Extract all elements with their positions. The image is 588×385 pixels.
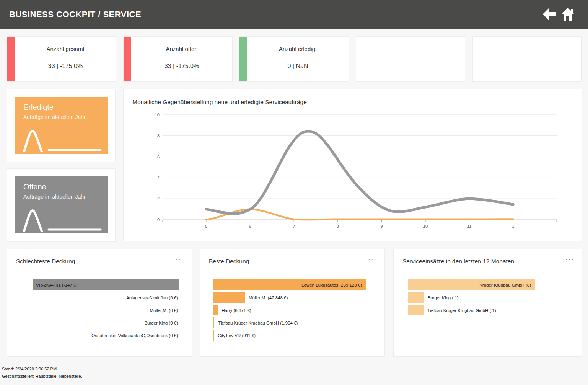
bar-label: Burger King ( 1) — [428, 295, 459, 300]
panel-title: Beste Deckung — [209, 258, 249, 265]
bar-row: Harry (6,871 €) — [213, 304, 366, 316]
offene-tile[interactable]: Offene Aufträge im aktuellen Jahr — [15, 176, 108, 233]
kpi-value: 33 | -175.0% — [131, 63, 232, 70]
more-options-icon[interactable]: ··· — [368, 256, 377, 264]
kpi-label: Anzahl offen — [131, 46, 232, 52]
kpi-card-empty-1 — [356, 36, 465, 82]
bar-row: Müller,M. (0 €) — [33, 304, 179, 316]
erledigte-tile-panel: Erledigte Aufträge im aktuellen Jahr — [7, 89, 116, 162]
x-tick: 9 — [380, 224, 383, 228]
x-tick: 5 — [205, 224, 207, 228]
x-tick: 6 — [249, 224, 251, 228]
bar-row: Burger King (0 €) — [33, 316, 179, 329]
x-tick: 1 — [512, 224, 514, 228]
kpi-label: Anzahl gesamt — [15, 46, 116, 52]
panel-title: Schlechteste Deckung — [16, 258, 75, 265]
bar-chart-area: VR-ZKA-Fil1 (-147 €)Anlagenspaß mit Jan … — [33, 279, 179, 342]
serviceeinsaetze-panel: Serviceeinsätze in den letzten 12 Monate… — [393, 249, 582, 357]
tile-title: Erledigte — [23, 103, 108, 112]
x-tick: 11 — [467, 224, 471, 228]
erledigte-series-line[interactable] — [206, 209, 513, 220]
bar-label: Müller,M. (0 €) — [150, 308, 178, 313]
bar[interactable] — [213, 305, 218, 315]
bar-label: Osnabrücker Volksbank eG,Osnabrück (0 €) — [91, 333, 178, 338]
kpi-status-stripe — [7, 37, 15, 81]
schlechteste-deckung-panel: Schlechteste Deckung ··· VR-ZKA-Fil1 (-1… — [7, 249, 192, 357]
bar-row: Krüger Krugbau GmbH (8) — [408, 279, 535, 291]
bar[interactable] — [213, 292, 245, 303]
bar-row: Burger King ( 1) — [408, 291, 535, 304]
kpi-card-anzahl-erledigt: Anzahl erledigt 0 | NaN — [239, 36, 349, 82]
neue-series-line[interactable] — [206, 131, 513, 214]
bar-row: CityTow-VR (911 €) — [213, 329, 366, 342]
bar[interactable] — [408, 292, 424, 303]
back-arrow-icon — [542, 6, 557, 22]
bar-label: Tiefbau Krüger Krugbau GmbH (1,904 €) — [218, 321, 298, 325]
y-tick: 8 — [157, 134, 160, 138]
y-tick: 4 — [157, 175, 160, 180]
bar-row: Tiefbau Krüger Krugbau GmbH ( 1) — [408, 304, 535, 316]
kpi-status-stripe — [239, 37, 247, 81]
erledigte-sparkline — [20, 128, 104, 152]
bar[interactable] — [213, 330, 214, 341]
bar-label: Burger King (0 €) — [144, 321, 178, 325]
kpi-card-anzahl-offen: Anzahl offen 33 | -175.0% — [123, 36, 233, 82]
bar-label: Krüger Krugbau GmbH (8) — [479, 283, 531, 287]
y-tick: 2 — [157, 196, 160, 201]
status-timestamp: Stand: 2/24/2020 2:06:52 PM — [2, 367, 57, 371]
kpi-value: 33 | -175.0% — [15, 63, 116, 70]
bar-label: Löwen Luxusautos (239,128 €) — [301, 283, 362, 287]
bar-row: Löwen Luxusautos (239,128 €) — [213, 279, 366, 291]
home-icon — [560, 6, 575, 22]
bar-row: Müller,M. (47,848 €) — [213, 291, 366, 304]
kpi-value: 0 | NaN — [247, 63, 349, 70]
kpi-label: Anzahl erledigt — [247, 46, 349, 52]
x-tick: 10 — [423, 224, 428, 228]
tile-subtitle: Aufträge im aktuellen Jahr — [23, 194, 108, 200]
bar[interactable] — [213, 317, 214, 328]
y-tick: 6 — [157, 155, 160, 159]
bar-label: Anlagenspaß mit Jan (0 €) — [126, 295, 178, 300]
bar-chart-area: Krüger Krugbau GmbH (8)Burger King ( 1)T… — [408, 279, 535, 316]
bar-row: Anlagenspaß mit Jan (0 €) — [33, 291, 179, 304]
bar-row: VR-ZKA-Fil1 (-147 €) — [33, 279, 179, 291]
bar-label: Tiefbau Krüger Krugbau GmbH ( 1) — [428, 308, 496, 313]
bar-label: Müller,M. (47,848 €) — [249, 295, 288, 300]
offene-tile-panel: Offene Aufträge im aktuellen Jahr — [7, 168, 116, 242]
bar-label: VR-ZKA-Fil1 (-147 €) — [36, 283, 77, 287]
monthly-comparison-chart-panel: Monatliche Gegenüberstellung neue und er… — [123, 89, 582, 241]
kpi-status-stripe — [124, 37, 131, 81]
y-tick: 10 — [155, 113, 160, 117]
page-title: BUSINESS COCKPIT / SERVICE — [9, 10, 141, 20]
beste-deckung-panel: Beste Deckung ··· Löwen Luxusautos (239,… — [200, 249, 385, 357]
app-header: BUSINESS COCKPIT / SERVICE — [0, 0, 588, 29]
erledigte-tile[interactable]: Erledigte Aufträge im aktuellen Jahr — [15, 97, 108, 154]
kpi-card-anzahl-gesamt: Anzahl gesamt 33 | -175.0% — [7, 36, 116, 82]
home-button[interactable] — [560, 6, 575, 22]
back-button[interactable] — [542, 6, 557, 22]
status-geschaeftsstellen: Geschäftsstellen: Hauptstelle, Nebenstel… — [2, 374, 82, 378]
more-options-icon[interactable]: ··· — [565, 256, 574, 264]
offene-sparkline — [20, 207, 104, 232]
tile-title: Offene — [23, 183, 108, 191]
panel-title: Serviceeinsätze in den letzten 12 Monate… — [402, 258, 514, 265]
monthly-comparison-line-chart: 10 8 6 4 2 0 5 6 7 8 9 10 11 1 — [154, 112, 569, 233]
bar-row: Osnabrücker Volksbank eG,Osnabrück (0 €) — [33, 329, 179, 342]
chart-title: Monatliche Gegenüberstellung neue und er… — [132, 99, 307, 106]
more-options-icon[interactable]: ··· — [175, 256, 184, 264]
y-tick: 0 — [157, 217, 160, 222]
bar-label: Harry (6,871 €) — [222, 308, 251, 313]
bar-label: CityTow-VR (911 €) — [218, 333, 256, 338]
kpi-card-empty-2 — [472, 36, 582, 82]
tile-subtitle: Aufträge im aktuellen Jahr — [23, 114, 108, 120]
bar-row: Tiefbau Krüger Krugbau GmbH (1,904 €) — [213, 316, 366, 329]
bar[interactable] — [408, 305, 424, 315]
x-tick: 7 — [293, 224, 295, 228]
x-tick: 8 — [337, 224, 339, 228]
bar-chart-area: Löwen Luxusautos (239,128 €)Müller,M. (4… — [213, 279, 366, 342]
